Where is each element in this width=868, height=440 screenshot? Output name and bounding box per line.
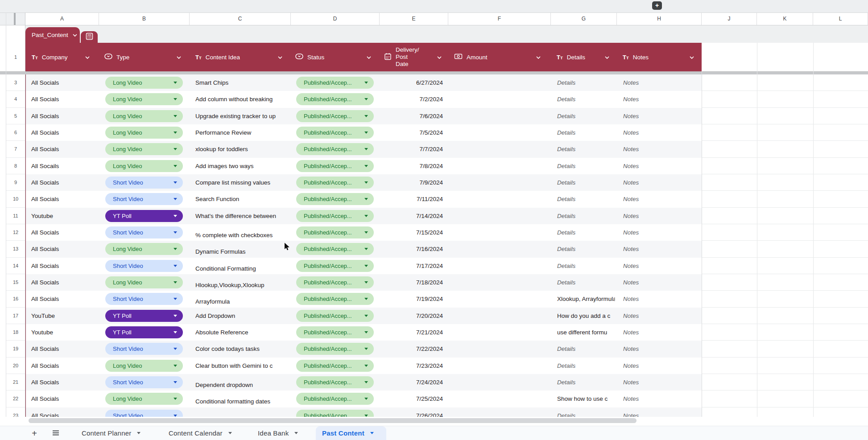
cell-details[interactable]: Details (557, 174, 615, 191)
cell-notes[interactable]: Notes (623, 124, 695, 141)
cell-content-idea[interactable]: Add Dropdown (195, 308, 290, 324)
cell-date[interactable]: 7/20/2024 (380, 308, 447, 324)
cell-company[interactable]: Youtube (31, 324, 102, 341)
cell-company[interactable]: All Socials (31, 391, 102, 407)
header-delivery-post-date[interactable]: Delivery/ Post Date (380, 43, 448, 71)
cell-date[interactable]: 7/19/2024 (380, 291, 447, 307)
column-header-letter[interactable]: G (551, 13, 617, 25)
status-dropdown-chip[interactable]: Published/Accep... (296, 376, 374, 388)
cell-details[interactable]: Details (557, 141, 615, 157)
cell-content-idea[interactable]: Compare list missing values (195, 174, 290, 191)
status-dropdown-chip[interactable]: Published/Accep... (296, 326, 374, 338)
cell-date[interactable]: 7/23/2024 (380, 358, 447, 374)
cell-date[interactable]: 7/6/2024 (380, 108, 447, 124)
add-sheet-button[interactable]: + (28, 426, 41, 440)
sheet-tab-content-calendar[interactable]: Content Calendar (169, 426, 232, 440)
row-number[interactable]: 7 (6, 141, 25, 157)
cell-date[interactable]: 7/9/2024 (380, 174, 447, 191)
type-dropdown-chip[interactable]: Short Video (105, 410, 183, 417)
cell-notes[interactable]: Notes (623, 308, 695, 324)
cell-company[interactable]: All Socials (31, 224, 102, 241)
type-dropdown-chip[interactable]: Short Video (105, 226, 183, 239)
type-dropdown-chip[interactable]: Short Video (105, 293, 183, 305)
row-number[interactable]: 8 (6, 158, 25, 174)
header-status[interactable]: Status (291, 43, 380, 71)
cell-date[interactable]: 7/2/2024 (380, 91, 447, 107)
cell-notes[interactable]: Notes (623, 174, 695, 191)
cell-notes[interactable]: Notes (623, 374, 695, 391)
status-dropdown-chip[interactable]: Published/Accep... (296, 210, 374, 222)
status-dropdown-chip[interactable]: Published/Accep... (296, 310, 374, 322)
status-dropdown-chip[interactable]: Published/Accep... (296, 177, 374, 189)
cell-content-idea[interactable]: Smart Chips (195, 74, 290, 91)
cell-content-idea[interactable] (195, 407, 290, 417)
cell-content-idea[interactable]: What's the difference between (195, 208, 290, 224)
cell-notes[interactable]: Notes (623, 108, 695, 124)
row-number[interactable]: 1 (6, 43, 25, 71)
cell-details[interactable]: Details (557, 108, 615, 124)
cell-notes[interactable]: Notes (623, 291, 695, 307)
row-number[interactable]: 3 (6, 74, 25, 91)
table-options-chip[interactable] (81, 31, 98, 43)
cell-details[interactable]: Details (557, 258, 615, 274)
floating-add-button[interactable]: + (652, 1, 662, 10)
column-header-letter[interactable]: A (25, 13, 99, 25)
cell-notes[interactable]: Notes (623, 141, 695, 157)
type-dropdown-chip[interactable]: Long Video (105, 77, 183, 89)
chevron-down-icon[interactable] (85, 54, 90, 61)
sheet-tab-idea-bank[interactable]: Idea Bank (258, 426, 298, 440)
cell-date[interactable]: 7/21/2024 (380, 324, 447, 341)
cell-details[interactable]: use different formu (557, 324, 615, 341)
status-dropdown-chip[interactable]: Published/Accep... (296, 343, 374, 355)
row-number[interactable]: 14 (6, 258, 25, 274)
cell-date[interactable]: 7/22/2024 (380, 341, 447, 357)
chevron-down-icon[interactable] (176, 54, 182, 61)
header-details[interactable]: TT Details (551, 43, 617, 71)
cell-details[interactable]: Xlookup, Arrayformula (557, 291, 615, 307)
type-dropdown-chip[interactable]: YT Poll (105, 310, 183, 322)
column-header-letter[interactable]: E (380, 13, 448, 25)
cell-date[interactable]: 7/15/2024 (380, 224, 447, 241)
cell-details[interactable]: Details (557, 374, 615, 391)
cell-company[interactable]: All Socials (31, 407, 102, 417)
chevron-down-icon[interactable] (536, 54, 541, 61)
select-all-corner[interactable] (0, 13, 25, 25)
column-header-letter[interactable]: J (702, 13, 757, 25)
tab-dropdown-icon[interactable] (228, 432, 232, 434)
cell-notes[interactable]: Notes (623, 407, 695, 417)
cell-details[interactable]: Details (557, 158, 615, 174)
status-dropdown-chip[interactable]: Published/Accep... (296, 226, 374, 239)
status-dropdown-chip[interactable]: Published/Accep... (296, 127, 374, 139)
sheet-tab-past-content[interactable]: Past Content (322, 426, 374, 440)
cell-company[interactable]: Youtube (31, 208, 102, 224)
cell-notes[interactable]: Notes (623, 91, 695, 107)
cell-notes[interactable]: Notes (623, 241, 695, 257)
cell-date[interactable]: 7/5/2024 (380, 124, 447, 141)
cell-date[interactable]: 7/7/2024 (380, 141, 447, 157)
cell-content-idea[interactable]: xlookup for toddlers (195, 141, 290, 157)
frozen-pane-handle[interactable] (14, 13, 16, 25)
row-number[interactable]: 13 (6, 241, 25, 257)
type-dropdown-chip[interactable]: YT Poll (105, 210, 183, 222)
cell-company[interactable]: All Socials (31, 358, 102, 374)
type-dropdown-chip[interactable]: Long Video (105, 110, 183, 122)
cell-notes[interactable]: Notes (623, 224, 695, 241)
row-number[interactable]: 20 (6, 358, 25, 374)
row-number[interactable]: 18 (6, 324, 25, 341)
cell-details[interactable]: Details (557, 224, 615, 241)
cell-notes[interactable]: Notes (623, 74, 695, 91)
type-dropdown-chip[interactable]: Long Video (105, 143, 183, 155)
type-dropdown-chip[interactable]: Long Video (105, 127, 183, 139)
row-number[interactable]: 10 (6, 191, 25, 207)
status-dropdown-chip[interactable]: Published/Accep... (296, 160, 374, 172)
status-dropdown-chip[interactable]: Published/Accep... (296, 143, 374, 155)
type-dropdown-chip[interactable]: Short Video (105, 177, 183, 189)
status-dropdown-chip[interactable]: Published/Accep... (296, 410, 374, 417)
status-dropdown-chip[interactable]: Published/Accep... (296, 260, 374, 272)
row-number[interactable]: 5 (6, 108, 25, 124)
cell-notes[interactable]: Notes (623, 258, 695, 274)
cell-content-idea[interactable]: Clear button with Gemini to c (195, 358, 290, 374)
chevron-down-icon[interactable] (277, 54, 283, 61)
type-dropdown-chip[interactable]: Long Video (105, 93, 183, 105)
cell-details[interactable]: Details (557, 241, 615, 257)
